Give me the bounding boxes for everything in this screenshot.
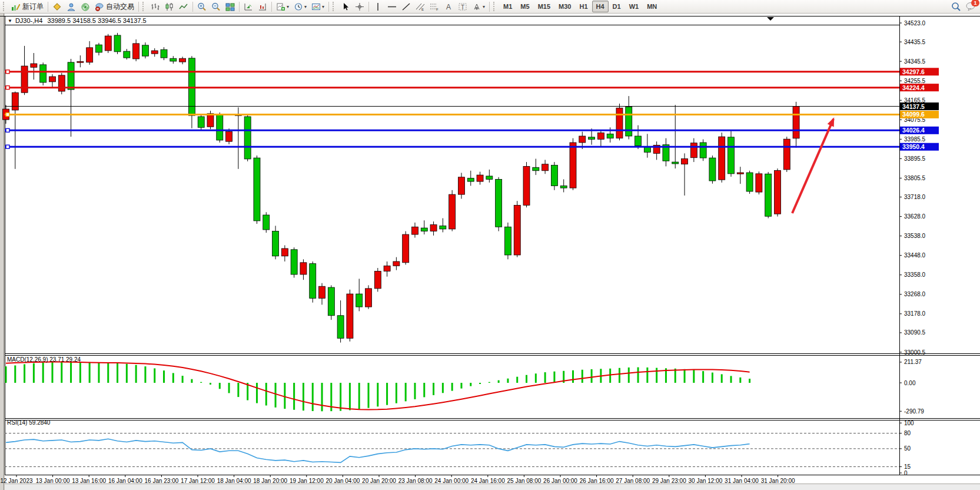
candle-body [151,51,158,54]
fibonacci-button[interactable]: F [427,0,441,13]
periods-button[interactable]: ▾ [291,0,309,13]
macd-histogram-bar [479,383,481,384]
timeframe-button-m15[interactable]: M15 [534,1,554,12]
time-tick-label: 18 Jan 20:00 [253,478,287,484]
horizontal-line-button[interactable] [385,0,399,13]
bar-chart-mode-button[interactable] [148,0,162,13]
macd-histogram-bar [684,369,686,383]
line-chart-mode-button[interactable] [177,0,191,13]
signals-button[interactable] [78,0,92,13]
clock-icon [294,2,303,11]
candle-body [728,137,735,174]
tile-windows-button[interactable] [223,0,237,13]
price-tick-label: 33268.0 [904,291,926,297]
arrows-button[interactable]: ▾ [470,0,487,13]
cursor-button[interactable] [338,0,353,13]
zoom-out-button[interactable] [209,0,223,13]
candle-body [254,158,260,221]
time-tick-label: 13 Jan 00:00 [36,478,70,484]
macd-histogram-bar [553,372,555,383]
favorites-button[interactable] [50,0,64,13]
trendline-button[interactable] [399,0,413,13]
candle-body [403,234,409,263]
price-tick-label: 34255.5 [904,78,926,84]
macd-axis-label: 0.00 [904,380,916,386]
chevron-down-icon: ▾ [483,4,485,9]
templates-button[interactable]: ▾ [309,0,327,13]
auto-trading-button[interactable]: 自动交易 [92,0,137,13]
candle-body [12,92,18,110]
macd-histogram-bar [702,371,704,383]
macd-histogram-bar [749,379,750,383]
search-button[interactable] [948,0,964,13]
macd-histogram-bar [79,362,81,383]
hline-handle[interactable] [6,128,9,132]
auto-scroll-button[interactable] [241,0,255,13]
vertical-line-button[interactable] [371,0,385,13]
timeframe-button-m5[interactable]: M5 [516,1,533,12]
timeframe-button-h4[interactable]: H4 [592,1,609,12]
text-a-icon: A [444,2,453,11]
time-tick-label: 26 Jan 00:00 [543,478,577,484]
price-badge-label: 33950.4 [902,143,925,150]
timeframe-button-d1[interactable]: D1 [609,1,625,12]
macd-histogram-bar [489,382,490,383]
macd-histogram-bar [154,368,155,383]
crosshair-button[interactable] [353,0,367,13]
svg-text:E: E [421,8,424,11]
candle-body [411,227,418,234]
hline-handle[interactable] [6,112,9,116]
macd-histogram-bar [646,368,648,383]
macd-histogram-bar [219,383,221,389]
price-badge-label: 34099.6 [902,111,925,118]
candle-body [793,107,799,138]
macd-histogram-bar [182,376,184,383]
equidistant-channel-button[interactable]: E [413,0,427,13]
macd-indicator-label: MACD(12,26,9) 23.71 29.24 [7,356,81,363]
candle-body [496,179,502,227]
price-tick-label: 33448.0 [904,252,926,259]
candle-body [542,164,549,171]
text-label-button[interactable]: T [456,0,470,13]
macd-histogram-bar [628,368,630,383]
macd-histogram-bar [172,373,174,383]
hline-handle[interactable] [6,86,9,90]
new-order-button[interactable]: 新订单 [9,0,46,13]
candle-body [644,147,650,152]
autoscroll-icon [244,2,253,11]
timeframe-button-w1[interactable]: W1 [625,1,643,12]
timeframe-button-mn[interactable]: MN [643,1,661,12]
timeframe-button-m1[interactable]: M1 [499,1,516,12]
zoom-in-button[interactable] [195,0,209,13]
chart-title[interactable]: ▼ DJ30-,H4 33989.5 34158.5 33946.5 34137… [8,17,147,24]
text-button[interactable]: A [441,0,456,13]
chevron-down-icon: ▾ [322,4,324,9]
chat-icon: 1 [966,2,976,11]
time-tick-label: 20 Jan 20:00 [362,478,396,484]
candle-body [114,35,121,52]
candle-body [746,173,753,191]
notifications-button[interactable]: 1 [964,0,979,13]
chartshift-icon [258,2,267,11]
timeframe-button-h1[interactable]: H1 [575,1,592,12]
chart-shift-button[interactable] [255,0,270,13]
candle-body [458,177,464,194]
timeframe-button-m30[interactable]: M30 [554,1,575,12]
time-tick-label: 26 Jan 16:00 [580,478,614,484]
macd-histogram-bar [712,373,713,383]
chart-dropdown-icon[interactable]: ▼ [8,18,12,24]
tile-icon [225,2,235,11]
hline-handle[interactable] [6,70,9,74]
new-chart-button[interactable]: ▾ [274,0,291,13]
candle-body [337,316,344,339]
candle-chart-mode-button[interactable] [162,0,177,13]
macd-histogram-bar [423,383,425,397]
candle-body [393,261,400,266]
time-tick-label: 20 Jan 04:00 [325,478,360,484]
hline-handle[interactable] [6,145,9,148]
candle-body [68,62,74,90]
profile-button[interactable] [64,0,78,13]
macd-histogram-bar [693,370,695,383]
hline-icon [387,2,397,11]
chart-canvas: 34523.034435.534345.534255.534165.534075… [0,0,980,490]
